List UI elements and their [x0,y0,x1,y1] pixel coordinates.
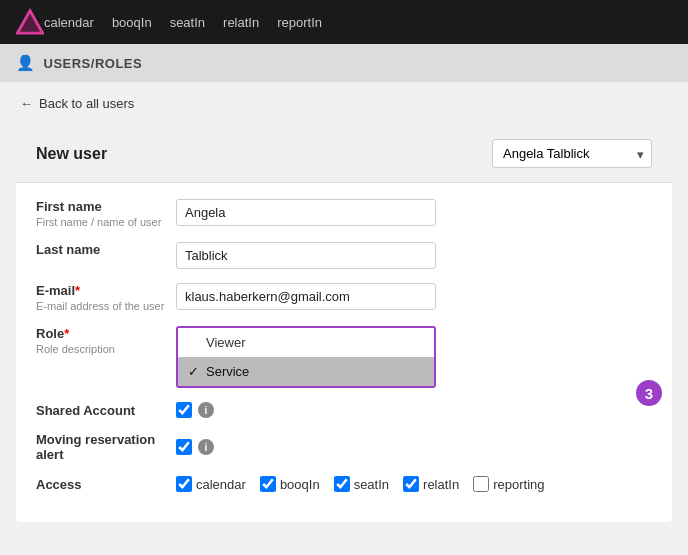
nav-seatin[interactable]: seatIn [170,15,205,30]
shared-account-row: Shared Account i [36,402,652,418]
moving-reservation-row: Moving reservation alert i [36,432,652,462]
shared-account-info-icon[interactable]: i [198,402,214,418]
access-booqin-label: booqIn [280,477,320,492]
user-select-wrapper: Angela Talblick [492,139,652,168]
access-calendar: calendar [176,476,246,492]
email-row: E-mail* E-mail address of the user [36,283,652,312]
main-card: New user Angela Talblick First name Firs… [16,125,672,522]
breadcrumb-bar: 👤 USERS/ROLES [0,44,688,82]
users-icon: 👤 [16,54,36,72]
access-calendar-label: calendar [196,477,246,492]
role-viewer-label: Viewer [206,335,246,350]
first-name-label: First name [36,199,176,214]
role-row: Role* Role description Viewer ✓ Service … [36,326,652,388]
first-name-input[interactable] [176,199,436,226]
moving-reservation-label: Moving reservation alert [36,432,176,462]
access-relatin-checkbox[interactable] [403,476,419,492]
access-booqin: booqIn [260,476,320,492]
nav-relatin[interactable]: relatIn [223,15,259,30]
email-input[interactable] [176,283,436,310]
shared-account-label: Shared Account [36,403,176,418]
user-select[interactable]: Angela Talblick [492,139,652,168]
back-link-label: Back to all users [39,96,134,111]
breadcrumb-text: USERS/ROLES [44,56,143,71]
last-name-input[interactable] [176,242,436,269]
first-name-hint: First name / name of user [36,216,176,228]
access-seatin-label: seatIn [354,477,389,492]
moving-reservation-checkbox[interactable] [176,439,192,455]
access-seatin-checkbox[interactable] [334,476,350,492]
app-logo [16,8,44,36]
role-service-label: Service [206,364,249,379]
moving-reservation-info-icon[interactable]: i [198,439,214,455]
nav-calendar[interactable]: calendar [44,15,94,30]
access-seatin: seatIn [334,476,389,492]
access-reporting: reporting [473,476,544,492]
email-field [176,283,652,310]
first-name-field [176,199,652,226]
access-relatin-label: relatIn [423,477,459,492]
back-to-users-link[interactable]: ← Back to all users [20,96,668,111]
moving-reservation-field: i [176,439,214,455]
role-hint: Role description [36,343,176,355]
first-name-row: First name First name / name of user [36,199,652,228]
back-arrow-icon: ← [20,96,33,111]
user-selector-wrapper: Angela Talblick [492,139,652,168]
step-badge: 3 [636,380,662,406]
shared-account-checkbox[interactable] [176,402,192,418]
access-label: Access [36,477,176,492]
role-option-viewer[interactable]: Viewer [178,328,434,357]
access-reporting-checkbox[interactable] [473,476,489,492]
access-row: Access calendar booqIn seatIn relatIn [36,476,652,492]
nav-booqin[interactable]: booqIn [112,15,152,30]
email-hint: E-mail address of the user [36,300,176,312]
shared-account-field: i [176,402,214,418]
new-user-header: New user Angela Talblick [16,125,672,183]
nav-reportin[interactable]: reportIn [277,15,322,30]
access-booqin-checkbox[interactable] [260,476,276,492]
new-user-title: New user [36,145,107,163]
access-items: calendar booqIn seatIn relatIn reporting [176,476,545,492]
access-calendar-checkbox[interactable] [176,476,192,492]
access-reporting-label: reporting [493,477,544,492]
back-link-container: ← Back to all users [0,82,688,125]
email-label: E-mail* [36,283,176,298]
last-name-field [176,242,652,269]
top-navigation: calendar booqIn seatIn relatIn reportIn [0,0,688,44]
last-name-row: Last name [36,242,652,269]
role-dropdown-wrapper: Viewer ✓ Service 3 [176,326,652,388]
form-body: First name First name / name of user Las… [16,183,672,522]
last-name-label: Last name [36,242,176,257]
role-label: Role* [36,326,176,341]
role-option-service[interactable]: ✓ Service [178,357,434,386]
role-dropdown[interactable]: Viewer ✓ Service [176,326,436,388]
access-relatin: relatIn [403,476,459,492]
svg-marker-1 [17,11,42,33]
